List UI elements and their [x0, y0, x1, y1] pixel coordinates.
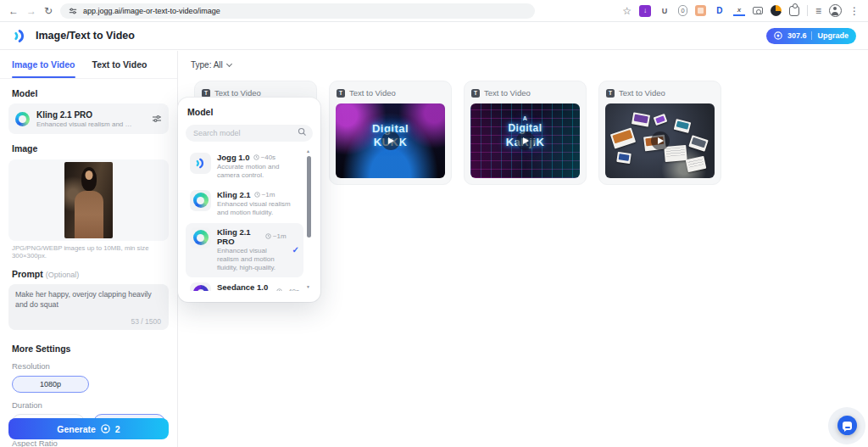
video-card-2[interactable]: T Text to Video Digital KUKK — [329, 81, 452, 185]
scattered-photo — [610, 127, 636, 148]
scattered-photo — [664, 145, 687, 162]
reload-icon[interactable]: ↻ — [44, 6, 53, 16]
jogg-logo — [12, 28, 28, 44]
play-icon[interactable] — [516, 131, 535, 150]
jogg-model-icon — [190, 153, 211, 174]
pie-extension-icon[interactable] — [771, 5, 782, 16]
back-icon[interactable]: ← — [8, 6, 19, 16]
video-thumbnail-4[interactable] — [605, 103, 715, 178]
forward-icon[interactable]: → — [26, 6, 36, 16]
type-filter-label: Type: All — [191, 60, 223, 70]
upgrade-label[interactable]: Upgrade — [817, 31, 849, 40]
text-to-video-icon: T — [337, 89, 345, 98]
resolution-1080p-chip[interactable]: 1080p — [12, 376, 89, 393]
model-settings-sliders-icon[interactable] — [152, 114, 162, 124]
address-bar[interactable]: app.jogg.ai/image-or-text-to-video/image — [60, 3, 535, 19]
prompt-input[interactable] — [15, 290, 162, 316]
extension-orange-icon[interactable] — [695, 5, 706, 16]
scattered-photo — [686, 156, 707, 172]
clock-icon — [254, 192, 260, 198]
bookmark-star-icon[interactable]: ☆ — [622, 6, 632, 16]
kling-logo-icon — [15, 112, 30, 126]
text-to-video-icon: T — [471, 89, 480, 98]
model-name: Seedance 1.0 Lite — [217, 282, 273, 291]
model-time: ~40s — [253, 154, 276, 161]
model-section-label: Model — [12, 88, 165, 98]
screenshot-camera-icon[interactable] — [753, 7, 763, 14]
video-card-4[interactable]: T Text to Video — [598, 81, 721, 185]
extensions-puzzle-icon[interactable] — [789, 6, 799, 16]
browser-menu-icon[interactable]: ⋮ — [849, 6, 860, 16]
aspect-ratio-label: Aspect Ratio — [12, 439, 165, 447]
model-item-jogg-1-0[interactable]: Jogg 1.0 ~40s Accurate motion and camera… — [186, 148, 303, 185]
prompt-label: Prompt — [12, 269, 43, 279]
pill-divider — [811, 31, 812, 40]
extension-u-icon[interactable]: U — [659, 5, 670, 17]
model-time: ~1m — [254, 191, 275, 198]
site-controls-icon — [69, 7, 77, 15]
generate-button[interactable]: Generate 2 — [8, 418, 169, 439]
text-to-video-icon: T — [202, 89, 210, 98]
thumb-title-line: A — [470, 115, 580, 121]
tab-image-to-video[interactable]: Image to Video — [12, 51, 75, 78]
model-desc: Enhanced visual realism and motion fluid… — [217, 247, 287, 273]
search-icon — [298, 127, 307, 137]
selected-check-icon: ✓ — [292, 245, 299, 254]
model-search-input[interactable] — [186, 125, 313, 142]
generate-cost: 2 — [115, 424, 120, 434]
credits-upgrade-button[interactable]: 307.6 Upgrade — [766, 28, 856, 44]
mode-tabs: Image to Video Text to Video — [0, 51, 177, 79]
left-sidebar: Image to Video Text to Video Model Kling… — [0, 51, 178, 447]
chat-bubble-icon — [843, 422, 852, 430]
url-text: app.jogg.ai/image-or-text-to-video/image — [83, 7, 220, 15]
model-item-kling-2-1[interactable]: Kling 2.1 ~1m Enhanced visual realism an… — [186, 186, 303, 222]
model-name: Kling 2.1 PRO — [217, 227, 262, 246]
model-time: ~40s — [276, 288, 299, 291]
tab-text-to-video[interactable]: Text to Video — [92, 51, 147, 78]
scattered-photo — [688, 135, 708, 151]
card-type-label: Text to Video — [484, 88, 531, 98]
extension-x-icon[interactable]: x — [733, 6, 745, 16]
card-type-label: Text to Video — [214, 88, 261, 98]
scattered-photo — [632, 112, 650, 126]
model-name: Kling 2.1 — [217, 190, 251, 199]
popup-scrollbar[interactable]: ▲ ▼ — [305, 148, 312, 289]
model-desc: Enhanced visual realism and motion fluid… — [217, 200, 295, 218]
chat-support-button[interactable] — [837, 416, 857, 435]
extension-zero-icon[interactable]: 0 — [678, 5, 687, 16]
model-desc: Accurate motion and camera control. — [217, 163, 295, 181]
model-selector[interactable]: Kling 2.1 PRO Enhanced visual realism an… — [8, 103, 169, 134]
card-type-label: Text to Video — [349, 88, 396, 98]
generate-label: Generate — [57, 424, 96, 434]
scattered-photo — [616, 152, 632, 164]
model-item-seedance-lite[interactable]: Seedance 1.0 Lite ~40s Excellent quality… — [186, 278, 303, 291]
extension-downloader-icon[interactable]: ↓ — [639, 5, 651, 17]
scroll-down-icon[interactable]: ▼ — [306, 284, 310, 289]
profile-avatar[interactable] — [829, 4, 842, 17]
scattered-photo — [654, 114, 668, 126]
scroll-up-icon[interactable]: ▲ — [306, 148, 310, 154]
model-item-kling-2-1-pro[interactable]: Kling 2.1 PRO ~1m Enhanced visual realis… — [186, 223, 303, 277]
kling-model-icon — [190, 190, 211, 211]
video-card-3[interactable]: T Text to Video A Digital KaRjiK — [464, 81, 587, 185]
type-filter[interactable]: Type: All — [191, 60, 231, 70]
credits-value: 307.6 — [787, 31, 807, 40]
model-list: Jogg 1.0 ~40s Accurate motion and camera… — [186, 148, 313, 291]
video-thumbnail-2[interactable]: Digital KUKK — [336, 103, 445, 178]
app-header: Image/Text to Video 307.6 Upgrade — [0, 22, 868, 50]
image-section-label: Image — [12, 143, 165, 154]
text-to-video-icon: T — [606, 89, 615, 98]
portrait-dress — [75, 191, 103, 238]
prompt-optional-label: (Optional) — [46, 271, 80, 279]
extension-d-icon[interactable]: D — [714, 5, 726, 17]
scattered-photo — [674, 119, 692, 133]
side-panel-icon[interactable]: ≡ — [815, 6, 821, 16]
scrollbar-thumb[interactable] — [307, 156, 311, 237]
duration-label: Duration — [12, 400, 165, 410]
play-icon[interactable] — [381, 131, 400, 150]
image-format-hint: JPG/PNG/WEBP images up to 10MB, min size… — [12, 244, 165, 260]
video-thumbnail-3[interactable]: A Digital KaRjiK — [470, 103, 580, 178]
play-icon[interactable] — [651, 131, 670, 150]
clock-icon — [265, 233, 271, 239]
image-upload-area[interactable] — [8, 159, 169, 241]
